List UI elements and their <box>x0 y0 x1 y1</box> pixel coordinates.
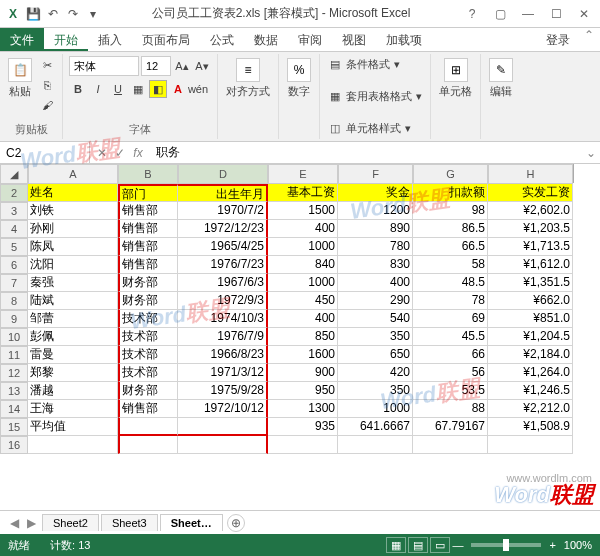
cell[interactable] <box>338 436 413 454</box>
cell[interactable]: 78 <box>413 292 488 310</box>
cell[interactable]: 450 <box>268 292 338 310</box>
qat-dropdown-icon[interactable]: ▾ <box>84 5 102 23</box>
cell[interactable]: 1971/3/12 <box>178 364 268 382</box>
select-all-cell[interactable]: ◢ <box>0 164 28 184</box>
cell[interactable]: 销售部 <box>118 238 178 256</box>
column-header[interactable]: D <box>178 164 268 184</box>
underline-button[interactable]: U <box>109 80 127 98</box>
cell[interactable]: 销售部 <box>118 220 178 238</box>
cell[interactable]: ¥1,264.0 <box>488 364 573 382</box>
cell[interactable]: 45.5 <box>413 328 488 346</box>
tab-addins[interactable]: 加载项 <box>376 28 432 51</box>
italic-button[interactable]: I <box>89 80 107 98</box>
cell[interactable]: 66 <box>413 346 488 364</box>
sheet-tab[interactable]: Sheet3 <box>101 514 158 531</box>
name-box[interactable]: C2 <box>0 142 90 163</box>
cell[interactable]: 1600 <box>268 346 338 364</box>
cells-button[interactable]: ⊞单元格 <box>437 56 474 101</box>
column-header[interactable]: B <box>118 164 178 184</box>
table-format-button[interactable]: ▦套用表格格式 ▾ <box>326 88 424 105</box>
save-icon[interactable]: 💾 <box>24 5 42 23</box>
cell[interactable]: 1967/6/3 <box>178 274 268 292</box>
tab-view[interactable]: 视图 <box>332 28 376 51</box>
cell[interactable]: 56 <box>413 364 488 382</box>
cell[interactable]: 陈凤 <box>28 238 118 256</box>
row-header[interactable]: 9 <box>0 310 28 328</box>
minimize-icon[interactable]: — <box>516 4 540 24</box>
cell[interactable]: 1972/9/3 <box>178 292 268 310</box>
sheet-nav-prev-icon[interactable]: ◀ <box>6 516 23 530</box>
conditional-format-button[interactable]: ▤条件格式 ▾ <box>326 56 402 73</box>
cell[interactable]: 姓名 <box>28 184 118 202</box>
copy-icon[interactable]: ⎘ <box>38 76 56 94</box>
cell[interactable]: 88 <box>413 400 488 418</box>
cell[interactable]: 财务部 <box>118 274 178 292</box>
undo-icon[interactable]: ↶ <box>44 5 62 23</box>
font-name-combo[interactable]: 宋体 <box>69 56 139 76</box>
row-header[interactable]: 15 <box>0 418 28 436</box>
paste-button[interactable]: 📋 粘贴 <box>6 56 34 101</box>
row-header[interactable]: 10 <box>0 328 28 346</box>
cell[interactable]: 实发工资 <box>488 184 573 202</box>
column-header[interactable]: F <box>338 164 413 184</box>
cell[interactable]: 650 <box>338 346 413 364</box>
cell[interactable]: 1975/9/28 <box>178 382 268 400</box>
row-header[interactable]: 13 <box>0 382 28 400</box>
number-button[interactable]: %数字 <box>285 56 313 101</box>
cell[interactable]: 财务部 <box>118 292 178 310</box>
cell[interactable]: 平均值 <box>28 418 118 436</box>
row-header[interactable]: 14 <box>0 400 28 418</box>
cell[interactable]: 58 <box>413 256 488 274</box>
cell[interactable]: 技术部 <box>118 364 178 382</box>
cell[interactable]: 技术部 <box>118 328 178 346</box>
cell[interactable] <box>268 436 338 454</box>
close-icon[interactable]: ✕ <box>572 4 596 24</box>
cell[interactable]: 840 <box>268 256 338 274</box>
tab-page-layout[interactable]: 页面布局 <box>132 28 200 51</box>
formula-bar[interactable]: 职务 编辑栏 <box>150 144 582 161</box>
enter-formula-icon[interactable]: ✓ <box>112 146 128 160</box>
column-header[interactable]: G <box>413 164 488 184</box>
cell[interactable]: 53.5 <box>413 382 488 400</box>
maximize-icon[interactable]: ☐ <box>544 4 568 24</box>
cell[interactable]: 销售部 <box>118 400 178 418</box>
cell[interactable] <box>118 418 178 436</box>
tab-formulas[interactable]: 公式 <box>200 28 244 51</box>
column-header[interactable]: A <box>28 164 118 184</box>
border-button[interactable]: ▦ <box>129 80 147 98</box>
cell[interactable]: ¥2,212.0 <box>488 400 573 418</box>
cell[interactable]: 潘越 <box>28 382 118 400</box>
row-header[interactable]: 3 <box>0 202 28 220</box>
zoom-out-icon[interactable]: — <box>452 539 463 551</box>
cell[interactable]: 销售部 <box>118 256 178 274</box>
zoom-level[interactable]: 100% <box>564 539 592 551</box>
cell[interactable]: 900 <box>268 364 338 382</box>
row-header[interactable]: 11 <box>0 346 28 364</box>
cell[interactable]: ¥1,351.5 <box>488 274 573 292</box>
cell[interactable]: 1972/12/23 <box>178 220 268 238</box>
cell-style-button[interactable]: ◫单元格样式 ▾ <box>326 120 413 137</box>
cell[interactable]: 技术部 <box>118 310 178 328</box>
column-header[interactable]: E <box>268 164 338 184</box>
font-color-button[interactable]: A <box>169 80 187 98</box>
alignment-button[interactable]: ≡对齐方式 <box>224 56 272 101</box>
cell[interactable]: 935 <box>268 418 338 436</box>
tab-file[interactable]: 文件 <box>0 28 44 51</box>
cell[interactable]: ¥851.0 <box>488 310 573 328</box>
tab-home[interactable]: 开始 <box>44 28 88 51</box>
cell[interactable]: 彭佩 <box>28 328 118 346</box>
tab-insert[interactable]: 插入 <box>88 28 132 51</box>
cell[interactable]: 400 <box>268 220 338 238</box>
cell[interactable]: 邹蕾 <box>28 310 118 328</box>
add-sheet-button[interactable]: ⊕ <box>227 514 245 532</box>
cell[interactable] <box>28 436 118 454</box>
cell[interactable]: 技术部 <box>118 346 178 364</box>
tab-review[interactable]: 审阅 <box>288 28 332 51</box>
cell[interactable]: 1976/7/9 <box>178 328 268 346</box>
cell[interactable]: 扣款额 <box>413 184 488 202</box>
cell[interactable] <box>178 418 268 436</box>
cell[interactable]: 财务部 <box>118 382 178 400</box>
cell[interactable]: 420 <box>338 364 413 382</box>
cell[interactable]: 66.5 <box>413 238 488 256</box>
editing-button[interactable]: ✎编辑 <box>487 56 515 101</box>
